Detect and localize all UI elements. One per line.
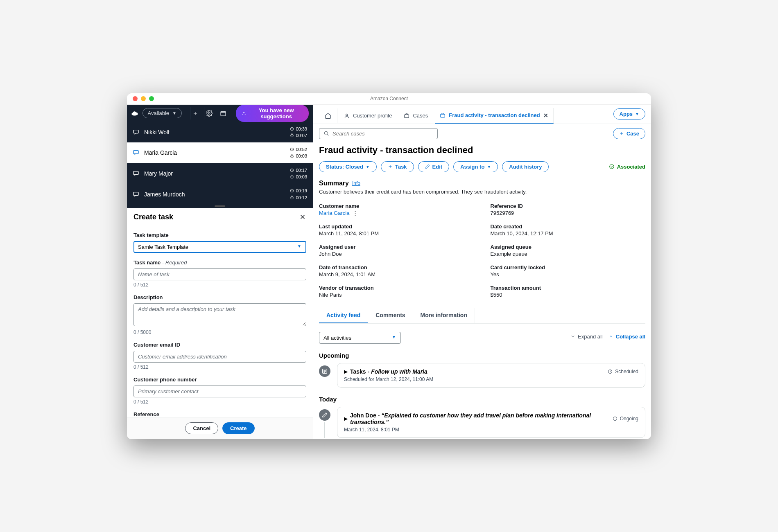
chevron-down-icon: ▼: [487, 165, 491, 169]
sparkles-icon: [242, 110, 246, 116]
tab-fraud-activity[interactable]: Fraud activity - transaction declined ✕: [435, 108, 554, 124]
summary-text: Customer believes their credit card has …: [319, 189, 645, 195]
customer-menu-icon[interactable]: ⋮: [353, 210, 358, 216]
svg-point-13: [291, 196, 294, 199]
chat-icon: [133, 129, 139, 135]
audit-history-button[interactable]: Audit history: [502, 161, 549, 172]
user-icon: [344, 113, 350, 119]
new-contact-button[interactable]: [190, 107, 200, 119]
task-name-input[interactable]: [133, 268, 306, 280]
subtab-comments[interactable]: Comments: [368, 308, 413, 323]
clock-icon: [290, 147, 294, 151]
expand-all-button[interactable]: Expand all: [570, 334, 603, 340]
search-cases-input[interactable]: [319, 128, 438, 139]
task-list-icon: [319, 365, 330, 377]
customer-name-link[interactable]: Maria Garcia: [319, 210, 349, 216]
feed-item-upcoming: ▶ Tasks - Follow up with Maria Scheduled…: [319, 363, 645, 388]
edit-case-button[interactable]: Edit: [418, 161, 450, 172]
workspace-tabs: Customer profile Cases Fraud activity - …: [313, 105, 651, 124]
chevron-up-icon: [608, 334, 613, 339]
clock-icon: [608, 369, 613, 374]
contact-name: Nikki Wolf: [144, 129, 170, 135]
clock-icon: [290, 189, 294, 193]
case-fields: Customer nameMaria Garcia⋮ Reference ID7…: [319, 203, 645, 298]
svg-rect-15: [405, 115, 409, 118]
tab-cases[interactable]: Cases: [399, 108, 433, 123]
resize-handle[interactable]: [127, 205, 313, 208]
maximize-window-icon[interactable]: [149, 96, 154, 101]
contact-timers: 00:39 00:07: [290, 126, 307, 139]
subtab-activity-feed[interactable]: Activity feed: [319, 308, 368, 323]
svg-rect-16: [441, 114, 445, 117]
contact-timers: 00:52 00:03: [290, 147, 307, 159]
suggestions-label: You have new suggestions: [249, 107, 303, 119]
tab-home[interactable]: [319, 108, 337, 123]
template-select[interactable]: Samle Task Template: [133, 241, 306, 253]
status-badge: Ongoing: [613, 416, 638, 422]
template-label: Task template: [133, 232, 169, 238]
svg-point-18: [609, 165, 614, 169]
subtab-more-information[interactable]: More information: [413, 308, 475, 323]
timer-icon: [290, 133, 294, 138]
feed-card[interactable]: ▶ John Doe - “Explained to customer how …: [337, 407, 645, 438]
ongoing-icon: [613, 416, 617, 421]
chevron-down-icon: ▼: [635, 112, 639, 116]
svg-point-4: [291, 134, 294, 137]
activities-filter-select[interactable]: All activities: [319, 332, 401, 344]
status-dropdown[interactable]: Status: Closed ▼: [319, 161, 377, 172]
description-counter: 0 / 5000: [133, 329, 306, 335]
settings-button[interactable]: [204, 107, 214, 119]
calendar-button[interactable]: [218, 107, 228, 119]
phone-label: Customer phone number: [133, 376, 197, 383]
add-task-button[interactable]: Task: [381, 161, 414, 172]
agent-toolbar: Available ▼ You have new suggestions: [127, 105, 313, 122]
close-window-icon[interactable]: [133, 96, 138, 101]
cancel-button[interactable]: Cancel: [185, 422, 218, 434]
chat-icon: [133, 170, 139, 177]
description-label: Description: [133, 294, 163, 300]
timer-icon: [290, 154, 294, 158]
plus-icon: [388, 164, 393, 169]
svg-point-14: [346, 114, 348, 116]
contact-row[interactable]: James Murdoch 00:19 00:12: [127, 184, 313, 205]
assign-to-dropdown[interactable]: Assign to ▼: [453, 161, 498, 172]
app-window: Amazon Connect Available ▼: [127, 93, 651, 439]
contact-row[interactable]: Mary Major 00:17 00:03: [127, 163, 313, 184]
chevron-down-icon: [570, 334, 575, 339]
svg-point-0: [208, 113, 210, 114]
create-button[interactable]: Create: [222, 422, 254, 434]
summary-info-link[interactable]: Info: [352, 180, 360, 186]
expand-caret-icon[interactable]: ▶: [344, 369, 348, 374]
close-tab-icon[interactable]: ✕: [543, 112, 548, 119]
contact-row[interactable]: Nikki Wolf 00:39 00:07: [127, 122, 313, 143]
tab-customer-profile[interactable]: Customer profile: [339, 108, 397, 123]
suggestions-button[interactable]: You have new suggestions: [236, 105, 309, 122]
agent-panel: Available ▼ You have new suggestions: [127, 105, 313, 439]
svg-rect-1: [221, 111, 226, 116]
briefcase-icon: [404, 113, 409, 119]
svg-point-7: [291, 155, 294, 158]
contacts-list: Nikki Wolf 00:39 00:07 Maria Garcia 00:5…: [127, 122, 313, 208]
feed-card[interactable]: ▶ Tasks - Follow up with Maria Scheduled…: [337, 363, 645, 388]
collapse-all-button[interactable]: Collapse all: [608, 334, 645, 340]
contact-name: James Murdoch: [144, 191, 185, 198]
close-icon[interactable]: [299, 213, 306, 221]
minimize-window-icon[interactable]: [141, 96, 146, 101]
phone-input[interactable]: [133, 385, 306, 397]
email-label: Customer email ID: [133, 342, 180, 348]
summary-heading: Summary Info: [319, 180, 645, 187]
agent-status-dropdown[interactable]: Available ▼: [142, 108, 182, 118]
create-task-title: Create task: [133, 213, 173, 221]
new-case-button[interactable]: Case: [613, 128, 645, 139]
svg-rect-8: [133, 171, 138, 175]
contact-timers: 00:19 00:12: [290, 188, 307, 201]
email-counter: 0 / 512: [133, 364, 306, 370]
contact-row[interactable]: Maria Garcia 00:52 00:03: [127, 142, 313, 163]
search-icon: [323, 131, 329, 136]
associated-badge: Associated: [609, 164, 645, 170]
apps-dropdown[interactable]: Apps ▼: [613, 108, 645, 119]
contact-name: Maria Garcia: [144, 149, 177, 156]
email-input[interactable]: [133, 351, 306, 363]
expand-caret-icon[interactable]: ▶: [344, 416, 348, 422]
description-input[interactable]: [133, 303, 306, 326]
